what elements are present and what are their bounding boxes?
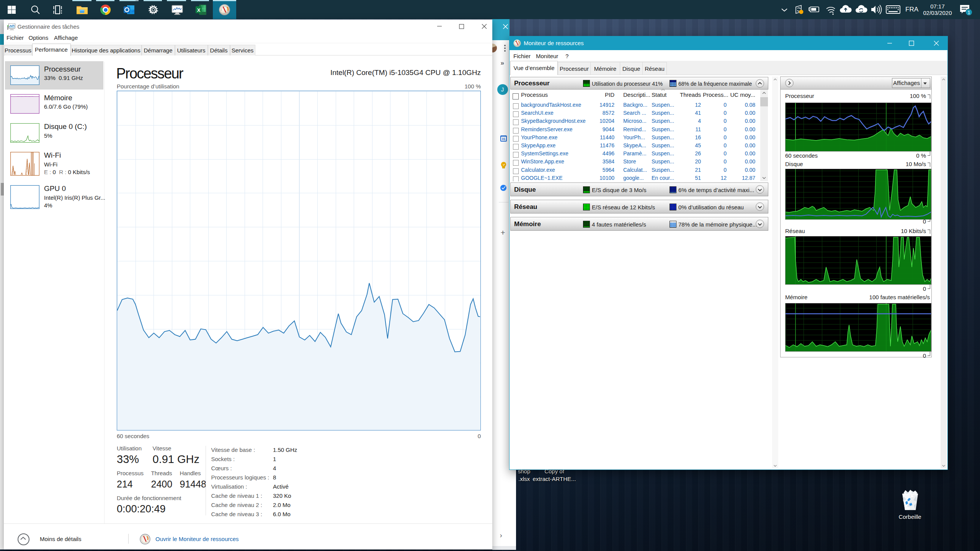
svg-text:X: X: [197, 7, 201, 13]
svg-text:1: 1: [968, 10, 970, 15]
svg-text:31: 31: [501, 137, 505, 141]
